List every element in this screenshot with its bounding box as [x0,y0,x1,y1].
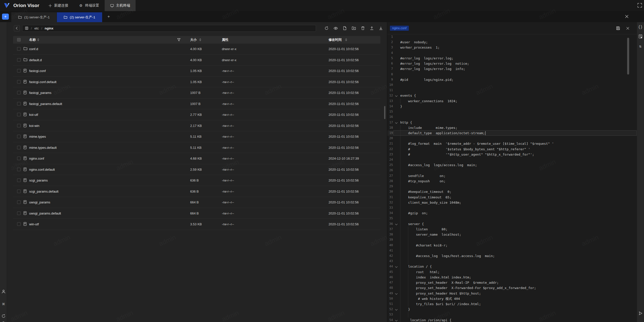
row-checkbox[interactable] [17,113,21,116]
table-row[interactable]: win-utf3.53 KB-rw-r--r--2020-11-01 10:02… [13,219,380,230]
fold-chevron-icon[interactable] [395,94,397,97]
code-line[interactable]: 17http { [387,120,637,125]
table-row[interactable]: uwsgi_params.default664 B-rw-r--r--2020-… [13,208,380,219]
breadcrumb-segment-current[interactable]: nginx [45,26,54,30]
table-row[interactable]: scgi_params636 B-rw-r--r--2020-11-01 10:… [13,175,380,186]
code-line[interactable]: 54 location /orion/api { [387,317,637,322]
code-line[interactable]: 51 try_files $uri $uri/ /index.html; [387,301,637,307]
menu-new-connection[interactable]: 新建连接 [43,0,74,11]
user-icon[interactable] [1,289,6,294]
code-line[interactable]: 11 [387,88,637,93]
fold-chevron-icon[interactable] [395,292,397,295]
column-name[interactable]: 名称 [29,38,36,42]
sort-size-icon[interactable] [199,38,201,41]
file-name[interactable]: fastcgi_params [29,91,51,95]
file-name[interactable]: koi-utf [29,113,38,117]
fold-chevron-icon[interactable] [395,319,397,321]
row-checkbox[interactable] [17,102,21,105]
table-row[interactable]: nginx.conf.default2.59 KB-rw-r--r--2020-… [13,164,380,175]
table-row[interactable]: mime.types5.11 KB-rw-r--r--2020-11-01 10… [13,131,380,142]
code-lines[interactable]: 12#user nobody;3worker_processes 1;45#er… [387,34,637,322]
editor-scrollbar-thumb[interactable] [627,38,629,75]
table-row[interactable]: fastcgi_params.default1007 B-rw-r--r--20… [13,98,380,110]
tab-server-2[interactable]: (2) server-生产-1 [57,12,102,22]
row-checkbox[interactable] [17,157,21,160]
add-tab-button[interactable]: + [107,14,110,19]
code-line[interactable]: 12events { [387,93,637,98]
code-line[interactable]: 6#error_log logs/error.log notice; [387,61,637,66]
menu-terminal-settings[interactable]: ⚙ 终端设置 [74,0,105,11]
code-line[interactable]: 8 [387,72,637,77]
table-row[interactable]: conf.d4.00 KBdrwxr-xr-x2020-11-01 10:02:… [13,44,380,55]
code-line[interactable]: 2#user nobody; [387,40,637,45]
code-line[interactable]: 23 # '"$http_user_agent" "$http_x_forwar… [387,152,637,157]
row-checkbox[interactable] [17,124,21,127]
table-row[interactable]: fastcgi.conf.default1.05 KB-rw-r--r--202… [13,77,380,88]
refresh-icon[interactable] [323,25,330,32]
new-file-icon[interactable] [341,25,348,32]
code-line[interactable]: 48 proxy_set_header X-Forwarded-For $pro… [387,285,637,291]
code-line[interactable]: 53 [387,312,637,317]
file-name[interactable]: mime.types.default [29,146,57,149]
code-line[interactable]: 52 } [387,307,637,312]
preview-eye-icon[interactable] [332,25,339,32]
code-line[interactable]: 24 [387,157,637,162]
file-name[interactable]: nginx.conf.default [29,167,55,171]
fold-chevron-icon[interactable] [395,223,397,225]
file-name[interactable]: fastcgi.conf.default [29,80,56,84]
row-checkbox[interactable] [17,146,21,149]
code-line[interactable]: 4 [387,50,637,56]
row-checkbox[interactable] [17,91,21,94]
file-name[interactable]: win-utf [29,222,39,226]
code-line[interactable]: 1 [387,34,637,40]
code-line[interactable]: 26 [387,168,637,173]
row-checkbox[interactable] [17,211,21,215]
braces-icon[interactable]: {} [638,25,642,29]
code-line[interactable]: 30 #keepalive_timeout 0; [387,189,637,194]
code-line[interactable]: 34 #gzip on; [387,210,637,216]
close-panel-icon[interactable] [625,14,629,19]
sync-icon[interactable] [1,314,6,318]
row-checkbox[interactable] [17,168,21,171]
command-icon[interactable]: ⌘ [2,302,5,307]
code-line[interactable]: 3worker_processes 1; [387,45,637,50]
file-name[interactable]: fastcgi_params.default [29,102,62,105]
panel-resize-handle[interactable] [384,106,385,119]
upload-icon[interactable] [368,25,375,32]
menu-host-terminal[interactable]: 主机终端 [105,0,136,11]
fold-chevron-icon[interactable] [395,265,397,268]
file-name[interactable]: conf.d [29,47,38,51]
file-name[interactable]: koi-win [29,124,39,127]
code-line[interactable]: 14} [387,104,637,109]
code-line[interactable]: 10 [387,82,637,88]
editor-file-tab[interactable]: nginx.conf [390,26,409,31]
column-mtime[interactable]: 修改时间 [329,38,342,42]
table-row[interactable]: default.d4.00 KBdrwxr-xr-x2020-11-01 10:… [13,55,380,66]
code-line[interactable]: 28 #tcp_nopush on; [387,178,637,184]
sort-arrows-icon[interactable]: ⇅ [639,44,642,49]
row-checkbox[interactable] [17,80,21,84]
code-line[interactable]: 18 include mime.types; [387,125,637,130]
table-row[interactable]: scgi_params.default636 B-rw-r--r--2020-1… [13,186,380,197]
code-line[interactable]: 40 #charset koi8-r; [387,243,637,248]
filter-icon[interactable] [177,38,181,42]
row-checkbox[interactable] [17,58,21,62]
settings-gear-icon[interactable]: ⚙ [2,320,5,322]
code-line[interactable]: 5#error_log logs/error.log; [387,56,637,61]
code-line[interactable]: 29 [387,184,637,189]
new-connection-button[interactable]: + [2,14,9,20]
file-name[interactable]: fastcgi.conf [29,69,46,73]
download-icon[interactable] [377,25,384,32]
delete-icon[interactable] [359,25,366,32]
file-name[interactable]: uwsgi_params [29,200,50,204]
breadcrumb[interactable]: / etc / nginx [22,25,316,32]
table-row[interactable]: uwsgi_params664 B-rw-r--r--2020-11-01 10… [13,197,380,208]
code-line[interactable]: 15 [387,109,637,114]
code-line[interactable]: 13 worker_connections 1024; [387,98,637,104]
code-line[interactable]: 38 server_name localhost; [387,232,637,237]
send-icon[interactable] [638,311,642,315]
new-folder-icon[interactable] [350,25,357,32]
sort-name-icon[interactable] [37,38,39,41]
code-line[interactable]: 39 [387,237,637,242]
code-line[interactable]: 21 #log_format main '$remote_addr - $rem… [387,141,637,146]
